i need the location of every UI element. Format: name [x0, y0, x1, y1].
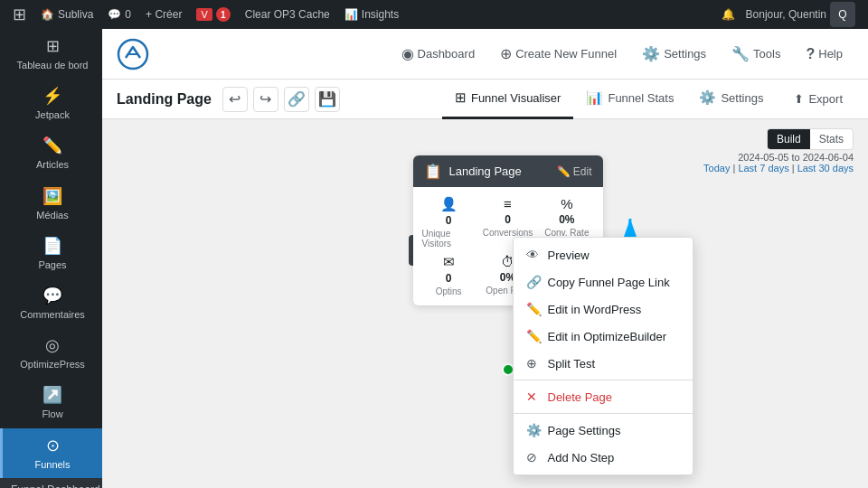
export-button[interactable]: ⬆ Export — [783, 87, 854, 111]
media-icon: 🖼️ — [42, 186, 62, 206]
funnel-card-title: Landing Page — [449, 164, 522, 178]
main-layout: ⊞ Tableau de bord ⚡ Jetpack ✏️ Articles … — [0, 29, 868, 488]
nav-help[interactable]: ? Help — [795, 41, 854, 68]
stats-toggle[interactable]: Stats — [810, 129, 853, 149]
dashboard-nav-icon: ◉ — [401, 45, 414, 62]
nav-dashboard-label: Dashboard — [418, 47, 476, 61]
build-toggle[interactable]: Build — [768, 129, 810, 149]
export-icon: ⬆ — [794, 92, 804, 106]
context-menu-preview[interactable]: 👁 Preview — [514, 241, 693, 268]
link-button[interactable]: 🔗 — [284, 87, 309, 112]
admin-bar-clear-cache[interactable]: Clear OP3 Cache — [240, 0, 335, 29]
copy-link-icon: 🔗 — [526, 275, 541, 289]
context-menu-divider-1 — [514, 380, 693, 380]
save-button[interactable]: 💾 — [315, 87, 340, 112]
conv-rate-value: 0% — [559, 213, 574, 226]
settings-tab-icon: ⚙️ — [699, 89, 716, 106]
nav-tools-label: Tools — [753, 47, 780, 61]
tab-settings[interactable]: ⚙️ Settings — [686, 80, 776, 119]
sidebar-item-tableau-de-bord[interactable]: ⊞ Tableau de bord — [0, 29, 102, 79]
redo-button[interactable]: ↪ — [253, 87, 278, 112]
sidebar-item-optimizepress[interactable]: ◎ OptimizePress — [0, 328, 102, 378]
admin-bar-right: 🔔 Bonjour, Quentin Q — [716, 2, 861, 27]
stat-unique-visitors: 👤 0 Unique Visitors — [422, 196, 476, 249]
nav-tools[interactable]: 🔧 Tools — [721, 40, 791, 68]
sidebar-item-flow[interactable]: ↗️ Flow — [0, 378, 102, 427]
split-test-icon: ⊕ — [526, 356, 541, 371]
submenu-funnel-dashboard[interactable]: Funnel Dashboard — [0, 478, 102, 488]
funnel-stats-icon: 📊 — [586, 89, 603, 106]
admin-bar-comments[interactable]: 💬 0 — [102, 0, 137, 29]
nav-settings-label: Settings — [664, 47, 706, 61]
articles-icon: ✏️ — [42, 136, 62, 155]
sidebar-item-medias[interactable]: 🖼️ Médias — [0, 179, 102, 229]
date-filter-links: Today | Last 7 days | Last 30 days — [703, 163, 854, 174]
admin-bar-insights[interactable]: 📊 Insights — [339, 0, 404, 29]
nav-dashboard[interactable]: ◉ Dashboard — [391, 40, 486, 68]
optins-label: Optins — [436, 286, 462, 296]
sidebar-item-pages[interactable]: 📄 Pages — [0, 229, 102, 278]
admin-bar-notifications[interactable]: 🔔 — [716, 8, 741, 21]
tools-nav-icon: 🔧 — [731, 45, 750, 62]
admin-bar-wp-logo[interactable]: ⊞ — [7, 0, 32, 29]
last7-link[interactable]: Last 7 days — [738, 163, 788, 174]
context-menu-delete-page[interactable]: ✕ Delete Page — [514, 383, 693, 410]
insights-label: Insights — [362, 8, 399, 21]
context-menu-edit-optimizebuilder[interactable]: ✏️ Edit in OptimizeBuilder — [514, 323, 693, 350]
nav-settings[interactable]: ⚙️ Settings — [631, 40, 717, 68]
date-range: 2024-05-05 to 2024-06-04 — [703, 152, 854, 163]
undo-button[interactable]: ↩ — [222, 87, 248, 112]
insights-icon: 📊 — [344, 8, 358, 21]
stat-optins: ✉ 0 Optins — [422, 254, 476, 296]
preview-label: Preview — [548, 249, 590, 262]
admin-bar-user[interactable]: Bonjour, Quentin Q — [741, 2, 861, 27]
sidebar-submenu-funnels: Funnel Dashboard Create New Funnel Setti… — [0, 478, 102, 488]
comments-count: 0 — [125, 8, 131, 21]
edit-wp-icon: ✏️ — [526, 302, 541, 316]
context-menu-divider-2 — [514, 413, 693, 414]
site-name: Subliva — [58, 8, 93, 21]
context-menu-copy-link[interactable]: 🔗 Copy Funnel Page Link — [514, 268, 693, 296]
visitors-value: 0 — [446, 214, 452, 227]
funnel-card-header: 📋 Landing Page ✏️ Edit — [413, 155, 603, 187]
nav-create-funnel[interactable]: ⊕ Create New Funnel — [489, 40, 627, 68]
admin-bar-create[interactable]: + Créer — [140, 0, 187, 29]
funnel-tabs: ⊞ Funnel Visualiser 📊 Funnel Stats ⚙️ Se… — [442, 80, 854, 119]
edit-icon: ✏️ — [557, 165, 571, 178]
context-menu-page-settings[interactable]: ⚙️ Page Settings — [514, 417, 693, 444]
sidebar-item-label: Funnels — [34, 459, 70, 471]
delete-label: Delete Page — [548, 390, 613, 404]
home-icon: 🏠 — [41, 8, 54, 21]
settings-nav-icon: ⚙️ — [642, 45, 660, 62]
canvas-area: Build Stats 2024-05-05 to 2024-06-04 Tod… — [102, 119, 868, 488]
sidebar: ⊞ Tableau de bord ⚡ Jetpack ✏️ Articles … — [0, 29, 102, 488]
context-menu-add-no-step[interactable]: ⊘ Add No Step — [514, 444, 693, 471]
sidebar-item-jetpack[interactable]: ⚡ Jetpack — [0, 79, 102, 128]
sidebar-item-label: Médias — [36, 210, 68, 221]
sidebar-item-articles[interactable]: ✏️ Articles — [0, 128, 102, 178]
build-stats-toggle: Build Stats — [767, 128, 854, 150]
visitors-label: Unique Visitors — [422, 229, 476, 249]
edit-button[interactable]: ✏️ Edit — [557, 165, 592, 178]
today-link[interactable]: Today — [703, 163, 730, 174]
context-menu-edit-wordpress[interactable]: ✏️ Edit in WordPress — [514, 296, 693, 323]
context-menu-split-test[interactable]: ⊕ Split Test — [514, 350, 693, 377]
tab-funnel-visualiser[interactable]: ⊞ Funnel Visualiser — [442, 80, 573, 119]
edit-ob-label: Edit in OptimizeBuilder — [548, 330, 667, 343]
funnels-icon: ⊙ — [46, 436, 60, 455]
optins-value: 0 — [446, 272, 452, 285]
conv-rate-icon: % — [561, 196, 572, 211]
add-no-step-label: Add No Step — [548, 451, 615, 465]
sidebar-item-funnels[interactable]: ⊙ Funnels — [0, 428, 102, 478]
edit-ob-icon: ✏️ — [526, 329, 541, 343]
dashboard-icon: ⊞ — [46, 36, 60, 56]
sidebar-item-label: Pages — [38, 259, 66, 271]
sidebar-item-label: OptimizePress — [20, 359, 85, 371]
sidebar-item-commentaires[interactable]: 💬 Commentaires — [0, 278, 102, 328]
admin-bar-op3[interactable]: V 1 — [191, 0, 235, 29]
admin-bar-site[interactable]: 🏠 Subliva — [35, 0, 99, 29]
plugin-nav: ◉ Dashboard ⊕ Create New Funnel ⚙️ Setti… — [391, 40, 854, 68]
tab-funnel-stats[interactable]: 📊 Funnel Stats — [573, 80, 686, 119]
avatar: Q — [830, 2, 855, 27]
last30-link[interactable]: Last 30 days — [797, 163, 854, 174]
